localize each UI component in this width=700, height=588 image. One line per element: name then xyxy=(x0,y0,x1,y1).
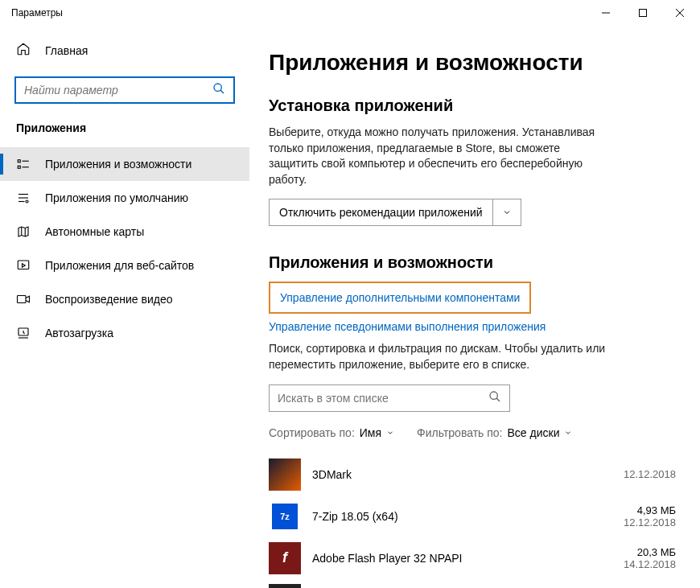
chevron-down-icon xyxy=(493,208,521,217)
svg-point-4 xyxy=(214,84,221,91)
main-content: Приложения и возможности Установка прило… xyxy=(249,26,700,588)
close-button[interactable] xyxy=(661,0,698,26)
combo-value: Отключить рекомендации приложений xyxy=(270,199,493,225)
app-icon: 7z xyxy=(269,500,301,532)
app-name: 3DMark xyxy=(312,468,592,481)
sort-value: Имя xyxy=(360,426,381,439)
sidebar-item-label: Автозагрузка xyxy=(45,327,113,339)
defaults-icon xyxy=(16,191,31,205)
chevron-down-icon xyxy=(564,426,572,439)
app-date: 12.12.2018 xyxy=(603,516,676,528)
app-icon xyxy=(269,458,301,491)
svg-point-21 xyxy=(490,392,497,399)
sidebar-section: Приложения xyxy=(0,121,249,134)
sidebar: Главная Приложения Приложения и возможно… xyxy=(0,26,249,588)
minimize-button[interactable] xyxy=(587,0,624,26)
sidebar-item-startup[interactable]: Автозагрузка xyxy=(0,316,249,350)
app-search-field[interactable] xyxy=(278,392,488,405)
search-input[interactable] xyxy=(14,76,235,104)
link-execution-aliases[interactable]: Управление псевдонимами выполнения прило… xyxy=(269,320,676,333)
sidebar-item-apps-features[interactable]: Приложения и возможности xyxy=(0,147,249,181)
install-source-combo[interactable]: Отключить рекомендации приложений xyxy=(269,199,521,226)
svg-rect-1 xyxy=(640,10,647,17)
svg-point-13 xyxy=(26,200,28,203)
maps-icon xyxy=(16,224,31,239)
filter-description: Поиск, сортировка и фильтрация по дискам… xyxy=(269,341,607,372)
sidebar-item-label: Приложения для веб-сайтов xyxy=(45,259,194,272)
window-title: Параметры xyxy=(11,7,587,19)
app-name: 7-Zip 18.05 (x64) xyxy=(312,510,592,523)
maximize-button[interactable] xyxy=(624,0,661,26)
filter-control[interactable]: Фильтровать по: Все диски xyxy=(417,426,572,439)
svg-rect-18 xyxy=(18,296,27,303)
app-row[interactable]: f Adobe Flash Player 32 NPAPI 20,3 МБ14.… xyxy=(269,537,676,579)
sidebar-item-label: Приложения по умолчанию xyxy=(45,191,188,204)
search-icon xyxy=(488,390,501,406)
app-name: Adobe Flash Player 32 NPAPI xyxy=(312,552,592,565)
svg-rect-8 xyxy=(18,166,20,168)
svg-line-22 xyxy=(496,398,500,401)
sidebar-item-label: Автономные карты xyxy=(45,225,144,238)
sidebar-item-default-apps[interactable]: Приложения по умолчанию xyxy=(0,181,249,215)
filter-label: Фильтровать по: xyxy=(417,426,502,439)
titlebar: Параметры xyxy=(0,0,700,26)
app-date: 14.12.2018 xyxy=(603,558,676,570)
app-icon: f xyxy=(269,542,301,574)
apps-icon xyxy=(16,157,31,171)
chevron-down-icon xyxy=(386,426,394,439)
app-size: 4,93 МБ xyxy=(603,504,676,516)
svg-rect-6 xyxy=(18,160,20,162)
sort-control[interactable]: Сортировать по: Имя xyxy=(269,426,394,439)
svg-line-5 xyxy=(220,90,224,93)
app-row[interactable]: AIMP xyxy=(269,579,676,588)
app-icon xyxy=(269,584,301,588)
search-icon xyxy=(212,82,225,98)
svg-marker-17 xyxy=(23,264,26,268)
home-icon xyxy=(16,42,31,59)
search-field[interactable] xyxy=(24,84,212,97)
install-heading: Установка приложений xyxy=(269,97,676,115)
sidebar-item-video-playback[interactable]: Воспроизведение видео xyxy=(0,282,249,316)
install-description: Выберите, откуда можно получать приложен… xyxy=(269,125,607,187)
sidebar-item-offline-maps[interactable]: Автономные карты xyxy=(0,215,249,249)
app-size: 20,3 МБ xyxy=(603,546,676,558)
link-optional-features[interactable]: Управление дополнительными компонентами xyxy=(269,282,531,314)
sidebar-item-label: Воспроизведение видео xyxy=(45,293,172,306)
sidebar-item-apps-websites[interactable]: Приложения для веб-сайтов xyxy=(0,249,249,282)
sidebar-item-label: Приложения и возможности xyxy=(45,158,191,171)
sort-label: Сортировать по: xyxy=(269,426,355,439)
home-label: Главная xyxy=(45,44,88,57)
app-row[interactable]: 3DMark 12.12.2018 xyxy=(269,454,676,495)
app-row[interactable]: 7z 7-Zip 18.05 (x64) 4,93 МБ12.12.2018 xyxy=(269,495,676,537)
page-title: Приложения и возможности xyxy=(269,50,676,76)
app-date: 12.12.2018 xyxy=(603,468,676,480)
video-icon xyxy=(16,292,31,306)
startup-icon xyxy=(16,326,31,340)
app-search-input[interactable] xyxy=(269,384,510,412)
home-nav[interactable]: Главная xyxy=(0,42,249,59)
filter-value: Все диски xyxy=(508,426,560,439)
apps-heading: Приложения и возможности xyxy=(269,253,676,272)
websites-icon xyxy=(16,258,31,273)
